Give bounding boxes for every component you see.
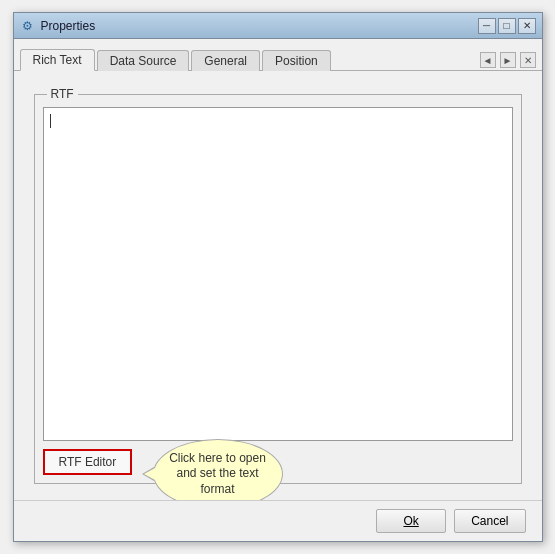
ok-button[interactable]: Ok bbox=[376, 509, 446, 533]
bottom-bar: Ok Cancel bbox=[14, 500, 542, 541]
tab-bar: Rich Text Data Source General Position ◄… bbox=[14, 39, 542, 71]
tab-general[interactable]: General bbox=[191, 50, 260, 71]
rtf-button-row: RTF Editor Click here to open and set th… bbox=[43, 449, 513, 475]
tab-prev-button[interactable]: ◄ bbox=[480, 52, 496, 68]
tab-position[interactable]: Position bbox=[262, 50, 331, 71]
tab-rich-text[interactable]: Rich Text bbox=[20, 49, 95, 71]
close-button[interactable]: ✕ bbox=[518, 18, 536, 34]
tab-next-button[interactable]: ► bbox=[500, 52, 516, 68]
tooltip-bubble: Click here to open and set the text form… bbox=[153, 439, 283, 500]
rtf-legend: RTF bbox=[47, 87, 78, 101]
tab-navigation: ◄ ► ✕ bbox=[480, 52, 536, 70]
text-cursor bbox=[50, 114, 51, 128]
rtf-text-area[interactable] bbox=[43, 107, 513, 441]
properties-window: ⚙ Properties ─ □ ✕ Rich Text Data Source… bbox=[13, 12, 543, 542]
tab-close-button[interactable]: ✕ bbox=[520, 52, 536, 68]
window-controls: ─ □ ✕ bbox=[478, 18, 536, 34]
cancel-button[interactable]: Cancel bbox=[454, 509, 525, 533]
tooltip-text: Click here to open and set the text form… bbox=[160, 451, 276, 498]
minimize-button[interactable]: ─ bbox=[478, 18, 496, 34]
content-area: RTF RTF Editor Click here to open and se… bbox=[14, 71, 542, 500]
maximize-button[interactable]: □ bbox=[498, 18, 516, 34]
window-icon: ⚙ bbox=[20, 18, 36, 34]
rtf-fieldset: RTF RTF Editor Click here to open and se… bbox=[34, 87, 522, 484]
title-bar: ⚙ Properties ─ □ ✕ bbox=[14, 13, 542, 39]
rtf-editor-button[interactable]: RTF Editor bbox=[43, 449, 133, 475]
window-title: Properties bbox=[41, 19, 478, 33]
tab-data-source[interactable]: Data Source bbox=[97, 50, 190, 71]
